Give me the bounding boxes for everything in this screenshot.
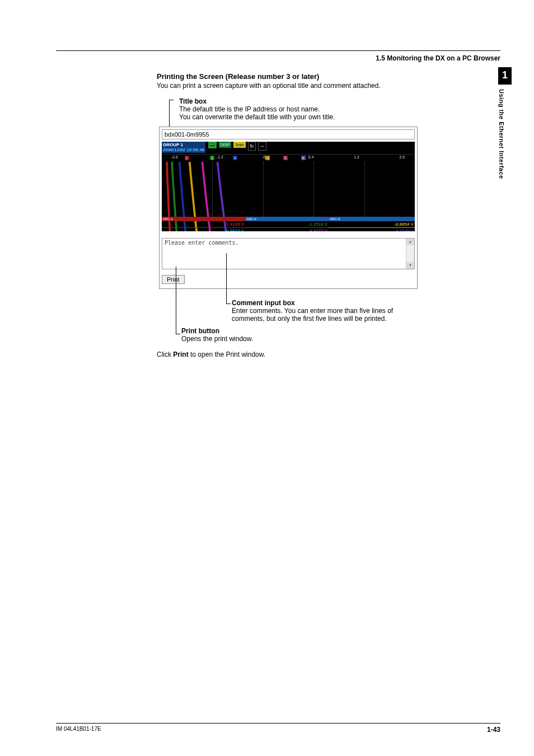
duration-badge: 3min	[233, 142, 245, 148]
scale-marker: 3	[233, 156, 237, 160]
final-instruction: Click Print to open the Print window.	[157, 351, 470, 358]
print-button[interactable]: Print	[162, 275, 185, 284]
disp-badge: DISP	[219, 142, 231, 148]
chapter-side-tab: 1 Using the Ethernet Interface	[498, 67, 512, 179]
manual-id: IM 04L41B01-17E	[56, 726, 101, 732]
scale-marker: 4	[265, 156, 270, 160]
intro-text: You can print a screen capture with an o…	[157, 82, 470, 90]
disp-icon: 📟	[208, 142, 217, 148]
comment-input[interactable]: Please enter comments. ▴ ▾	[162, 238, 415, 269]
trend-chart: GROUP 1 2006/12/02 13:36:48 📟 DISP 3min …	[162, 142, 415, 231]
section-header: 1.5 Monitoring the DX on a PC Browser	[56, 54, 500, 62]
scale-marker: 1	[185, 156, 189, 160]
scrollbar[interactable]: ▴ ▾	[406, 239, 414, 269]
digital-readout: ARC-1 ARC-2 ARC-3 -1.6128 V -1.2518 V -0…	[162, 217, 415, 231]
scroll-up-icon[interactable]: ▴	[406, 239, 414, 245]
plot-area	[162, 162, 415, 217]
page-number: 1-43	[487, 726, 500, 734]
callout-title: Title box	[179, 97, 470, 105]
scale-marker: 6	[301, 156, 306, 160]
scale-marker: 5	[283, 156, 288, 160]
nav-icon: ↻	[248, 142, 256, 151]
comment-box-callout: Comment input box Enter comments. You ca…	[226, 299, 470, 323]
scale-axis: -2.0 -1.2 -0.4 0.4 1.2 2.0 1 2 3 4 5 6	[162, 154, 415, 162]
print-button-callout: Print button Opens the print window.	[176, 327, 470, 343]
callout-line: The default title is the IP address or h…	[179, 105, 470, 113]
print-screen-panel: bdx001-0m9955 GROUP 1 2006/12/02 13:36:4…	[159, 127, 418, 289]
title-input[interactable]: bdx001-0m9955	[162, 129, 415, 139]
scroll-down-icon[interactable]: ▾	[406, 262, 414, 269]
group-label: GROUP 1 2006/12/02 13:36:48	[162, 142, 205, 153]
page-footer: IM 04L41B01-17E 1-43	[56, 723, 500, 734]
title-box-callout: Title box The default title is the IP ad…	[174, 97, 470, 121]
callout-line: You can overwrite the default title with…	[179, 113, 470, 121]
chapter-title: Using the Ethernet Interface	[498, 85, 505, 179]
subsection-heading: Printing the Screen (Release number 3 or…	[157, 72, 470, 81]
span-icon: ↔	[258, 142, 266, 151]
scale-marker: 2	[210, 156, 214, 160]
chapter-number: 1	[498, 67, 512, 85]
